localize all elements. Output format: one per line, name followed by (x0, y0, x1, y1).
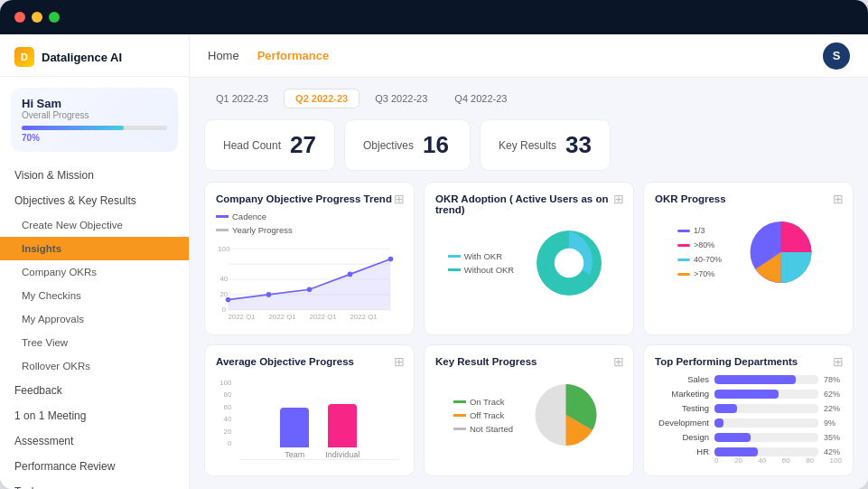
trend-legend: Cadence Yearly Progress (216, 212, 293, 235)
expand-icon-trend[interactable]: ⊞ (394, 192, 405, 206)
okr-legend-4: >70% (677, 269, 732, 278)
svg-point-9 (348, 272, 353, 277)
okr-legend-2: >80% (677, 240, 732, 249)
cadence-label: Cadence (232, 212, 266, 221)
hbar-design-val: 35% (824, 433, 842, 442)
kr-pie-area: On Track Off Track Not Started (435, 374, 622, 456)
sidebar-item-vision[interactable]: Vision & Mission (0, 163, 189, 188)
chart-title-avg: Average Objective Progress (216, 356, 403, 367)
svg-text:0: 0 (222, 306, 227, 314)
okr-legend-3: 40-70% (677, 255, 732, 264)
chart-title-trend: Company Objective Progress Trend (216, 193, 403, 204)
chart-top-depts: Top Performing Departments ⊞ Sales 78% M… (643, 344, 854, 476)
dept-marketing-label: Marketing (655, 389, 709, 399)
hbar-testing-fill (714, 404, 737, 413)
yearly-dot (216, 229, 229, 231)
expand-icon-kr[interactable]: ⊞ (613, 354, 624, 369)
profile-card: Hi Sam Overall Progress 70% (11, 88, 178, 152)
expand-icon-depts[interactable]: ⊞ (833, 354, 844, 369)
okr-progress-legend: 1/3 >80% 40-70% (677, 226, 732, 278)
trend-legend-area: Cadence Yearly Progress (216, 212, 403, 235)
off-track-dot (453, 414, 466, 417)
q1-tab[interactable]: Q1 2022-23 (204, 89, 280, 108)
charts-row-1: Company Objective Progress Trend ⊞ Caden… (204, 182, 854, 335)
okr-legend-label-4: >70% (694, 269, 714, 278)
bar-team-label: Team (285, 450, 304, 459)
sidebar-item-feedback[interactable]: Feedback (0, 378, 189, 403)
dot-yellow[interactable] (32, 12, 42, 23)
svg-text:100: 100 (218, 245, 230, 253)
adoption-legend: With OKR Without OKR (448, 251, 514, 275)
okr-line-3 (677, 259, 690, 261)
topbar-home[interactable]: Home (208, 49, 239, 62)
svg-point-10 (388, 257, 394, 262)
sidebar-item-create[interactable]: Create New Objective (0, 213, 189, 237)
svg-text:20: 20 (220, 290, 229, 298)
hbar-design: Design 35% (655, 432, 842, 442)
without-okr-label: Without OKR (464, 265, 514, 275)
svg-point-8 (307, 287, 313, 292)
topbar-performance[interactable]: Performance (257, 49, 329, 62)
sidebar-item-insights[interactable]: Insights (0, 237, 189, 260)
sidebar-item-tree[interactable]: Tree View (0, 331, 189, 354)
svg-text:40: 40 (220, 275, 229, 283)
expand-icon-adoption[interactable]: ⊞ (613, 192, 624, 206)
expand-icon-okr-progress[interactable]: ⊞ (833, 192, 844, 206)
sidebar-item-1on1[interactable]: 1 on 1 Meeting (0, 403, 189, 428)
chart-okr-progress: OKR Progress ⊞ 1/3 >80% (643, 182, 854, 335)
sidebar-item-performance-review[interactable]: Performance Review (0, 454, 189, 479)
bar-team: Team (280, 408, 309, 459)
legend-yearly: Yearly Progress (216, 225, 293, 235)
sidebar-item-approvals[interactable]: My Approvals (0, 307, 189, 331)
axis-40: 40 (758, 456, 766, 465)
hbar-marketing: Marketing 62% (655, 389, 842, 399)
hbar-list: Sales 78% Marketing 62% Testing (655, 374, 842, 456)
not-started-label: Not Started (470, 424, 513, 434)
sidebar-item-rollover[interactable]: Rollover OKRs (0, 354, 189, 378)
sidebar-item-company-okrs[interactable]: Company OKRs (0, 260, 189, 284)
hbar-development: Development 9% (655, 418, 842, 428)
with-okr-label: With OKR (464, 251, 502, 261)
okr-line-1 (677, 230, 690, 232)
q2-tab[interactable]: Q2 2022-23 (284, 89, 359, 108)
sidebar-item-assessment[interactable]: Assessment (0, 428, 189, 454)
line-chart-svg: 2022 Q1 2022 Q1 2022 Q1 2022 Q1 100 40 2… (216, 239, 403, 320)
dot-green[interactable] (49, 12, 60, 23)
topbar-nav: Home Performance (208, 49, 329, 62)
sidebar-header: D Dataligence AI (0, 34, 189, 77)
keyresults-value: 33 (565, 131, 592, 159)
stat-cards: Head Count 27 Objectives 16 Key Results … (204, 119, 854, 171)
q4-tab[interactable]: Q4 2022-23 (443, 89, 518, 108)
bar-chart-area: 100 80 60 40 20 0 Team (216, 374, 403, 460)
with-okr-legend: With OKR (448, 251, 514, 261)
on-track-dot (453, 400, 466, 403)
dot-red[interactable] (14, 12, 25, 23)
avatar[interactable]: S (823, 42, 850, 70)
progress-pct: 70% (22, 133, 167, 143)
sidebar-item-task[interactable]: Task (0, 479, 189, 489)
titlebar (0, 0, 868, 34)
yearly-label: Yearly Progress (232, 225, 293, 235)
chart-avg-progress: Average Objective Progress ⊞ 100 80 60 4… (204, 344, 415, 476)
hbar-marketing-track (714, 390, 818, 399)
off-track-legend: Off Track (453, 410, 513, 420)
chart-okr-adoption: OKR Adoption ( Active Users as on trend)… (424, 182, 634, 335)
q3-tab[interactable]: Q3 2022-23 (363, 89, 439, 108)
sidebar-item-checkins[interactable]: My Checkins (0, 284, 189, 307)
hbar-hr: HR 42% (655, 447, 842, 456)
expand-icon-avg[interactable]: ⊞ (394, 354, 405, 369)
sidebar: D Dataligence AI Hi Sam Overall Progress… (0, 34, 190, 489)
okr-line-4 (677, 273, 690, 276)
hbar-sales-val: 78% (824, 375, 842, 384)
objectives-label: Objectives (363, 139, 414, 152)
objectives-value: 16 (423, 131, 449, 159)
hbar-hr-track (714, 447, 818, 456)
stat-headcount: Head Count 27 (204, 119, 335, 171)
logo-icon: D (14, 47, 34, 67)
sidebar-item-okr[interactable]: Objectives & Key Results (0, 188, 189, 213)
hbar-design-track (714, 433, 818, 442)
hbar-sales-track (714, 375, 818, 384)
progress-bar-fill (22, 126, 124, 130)
axis-80: 80 (806, 456, 814, 465)
okr-legend-label-2: >80% (694, 240, 714, 249)
